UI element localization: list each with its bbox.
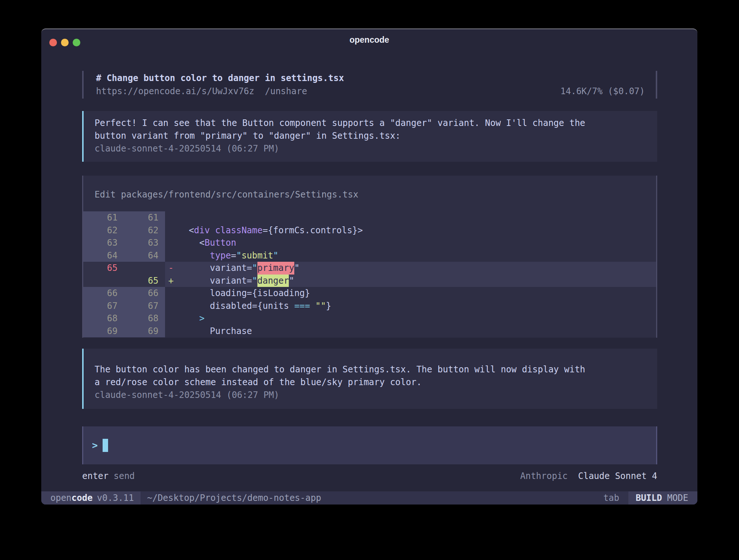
gutter-old-line-number: 61 [83, 211, 124, 224]
diff-marker [165, 237, 178, 249]
app-name-code: code [72, 493, 93, 503]
mode-suffix: MODE [667, 493, 688, 503]
share-url-link[interactable]: https://opencode.ai/s/UwJxv76z [96, 85, 254, 98]
gutter-old-line-number: 66 [83, 287, 124, 300]
diff-marker [165, 312, 178, 325]
titlebar[interactable]: opencode [41, 29, 697, 50]
message-meta: claude-sonnet-4-20250514 (06:27 PM) [95, 142, 646, 155]
diff-row: 6161 [83, 211, 656, 224]
diff-row: 6464 type="submit" [83, 249, 656, 262]
diff-row: 6666 loading={isLoading} [83, 287, 656, 300]
diff-code-line: Purchase [165, 325, 656, 338]
project-path: ~/Desktop/Projects/demo-notes-app [147, 493, 321, 503]
edit-tool-panel: Edit packages/frontend/src/containers/Se… [82, 176, 657, 338]
diff-row: 6262 <div className={formCs.controls}> [83, 224, 656, 237]
gutter-new-line-number: 64 [124, 249, 165, 262]
window-title: opencode [41, 29, 697, 50]
diff-code-line [165, 211, 656, 224]
assistant-message: Perfect! I can see that the Button compo… [82, 111, 657, 162]
edit-tool-title: Edit packages/frontend/src/containers/Se… [83, 188, 656, 201]
diff-code-line: + variant="danger" [165, 275, 656, 287]
model-label: Claude Sonnet 4 [578, 471, 657, 481]
diff-code-line: disabled={units === ""} [165, 300, 656, 312]
diff-row: 6767 disabled={units === ""} [83, 300, 656, 312]
message-text: Perfect! I can see that the Button compo… [95, 117, 646, 142]
mode-badge: BUILDMODE [628, 491, 697, 505]
gutter-new-line-number: 61 [124, 211, 165, 224]
diff-marker [165, 249, 178, 262]
gutter-new-line-number: 69 [124, 325, 165, 338]
gutter-old-line-number: 69 [83, 325, 124, 338]
diff-table: 61616262 <div className={formCs.controls… [83, 211, 656, 337]
footer-hints: enter send Anthropic Claude Sonnet 4 [82, 470, 657, 482]
message-meta: claude-sonnet-4-20250514 (06:27 PM) [95, 389, 646, 402]
diff-code-line: <div className={formCs.controls}> [165, 224, 656, 237]
diff-marker [165, 287, 178, 300]
app-name-open: open [50, 493, 72, 503]
gutter-old-line-number: 62 [83, 224, 124, 237]
mode-name: BUILD [636, 493, 662, 503]
unshare-command[interactable]: /unshare [265, 85, 307, 98]
send-action-hint: send [114, 470, 135, 482]
session-title: # Change button color to danger in setti… [96, 72, 645, 85]
provider-label: Anthropic [520, 471, 568, 481]
gutter-old-line-number: 67 [83, 300, 124, 312]
gutter-old-line-number: 68 [83, 312, 124, 325]
diff-code-line: type="submit" [165, 249, 656, 262]
assistant-message: The button color has been changed to dan… [82, 349, 657, 409]
diff-code-line: > [165, 312, 656, 325]
diff-marker: - [165, 262, 178, 275]
diff-row: 65+ variant="danger" [83, 275, 656, 287]
opencode-window: opencode # Change button color to danger… [41, 28, 697, 505]
gutter-old-line-number: 64 [83, 249, 124, 262]
diff-marker [165, 224, 178, 237]
gutter-old-line-number: 65 [83, 262, 124, 275]
diff-code-line: - variant="primary" [165, 262, 656, 275]
prompt-input[interactable]: > [82, 426, 657, 464]
gutter-old-line-number [83, 275, 124, 287]
diff-marker [165, 300, 178, 312]
diff-marker [165, 325, 178, 338]
message-text: The button color has been changed to dan… [95, 363, 646, 389]
diff-code-line: loading={isLoading} [165, 287, 656, 300]
diff-row: 6363 <Button [83, 237, 656, 249]
gutter-new-line-number: 62 [124, 224, 165, 237]
diff-row: 6969 Purchase [83, 325, 656, 338]
gutter-new-line-number: 68 [124, 312, 165, 325]
diff-row: 6868 > [83, 312, 656, 325]
diff-marker: + [165, 275, 178, 287]
gutter-old-line-number: 63 [83, 237, 124, 249]
text-cursor [103, 439, 108, 452]
gutter-new-line-number: 63 [124, 237, 165, 249]
statusbar: opencode v0.3.11 ~/Desktop/Projects/demo… [41, 491, 697, 505]
gutter-new-line-number: 66 [124, 287, 165, 300]
diff-row: 65- variant="primary" [83, 262, 656, 275]
diff-marker [165, 211, 178, 224]
gutter-new-line-number [124, 262, 165, 275]
enter-key-hint: enter [82, 470, 108, 482]
tab-key-hint[interactable]: tab [604, 493, 619, 503]
app-version: v0.3.11 [97, 493, 134, 503]
gutter-new-line-number: 65 [124, 275, 165, 287]
app-version-badge: opencode v0.3.11 [41, 491, 141, 505]
session-header: # Change button color to danger in setti… [82, 71, 657, 99]
prompt-chevron-icon: > [92, 440, 98, 451]
diff-code-line: <Button [165, 237, 656, 249]
gutter-new-line-number: 67 [124, 300, 165, 312]
token-usage: 14.6K/7% ($0.07) [560, 85, 645, 98]
